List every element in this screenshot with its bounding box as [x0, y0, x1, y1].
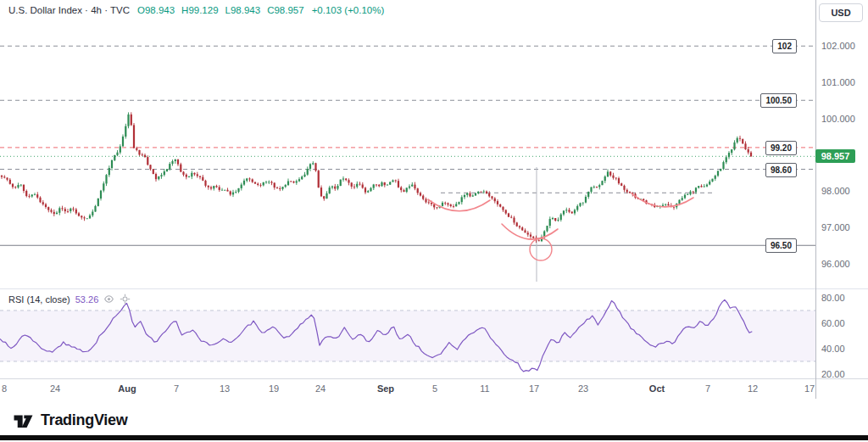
- time-axis-label: 24: [50, 383, 60, 394]
- price-level-label[interactable]: 98.60: [765, 163, 797, 177]
- time-axis-label: Aug: [118, 383, 136, 394]
- price-level-label[interactable]: 102: [772, 39, 797, 53]
- time-axis-label: Oct: [649, 383, 665, 394]
- time-axis-label: 13: [220, 383, 230, 394]
- time-axis-label: 7: [705, 383, 710, 394]
- price-level-label[interactable]: 99.20: [765, 141, 797, 155]
- ohlc-item: H99.129: [181, 5, 218, 15]
- price-axis-label: 96.000: [821, 259, 850, 269]
- rsi-axis-label: 20.00: [821, 369, 845, 379]
- ohlc-item: O98.943: [137, 5, 175, 15]
- rsi-legend: RSI (14, close) 53.26: [8, 294, 131, 305]
- eye-icon[interactable]: [103, 294, 114, 305]
- rsi-axis-label: 40.00: [821, 344, 845, 354]
- symbol-title[interactable]: U.S. Dollar Index · 4h · TVC: [8, 5, 130, 15]
- currency-button[interactable]: USD: [819, 3, 863, 22]
- settings-gear-icon[interactable]: [120, 294, 131, 305]
- time-axis-label: 24: [315, 383, 326, 394]
- time-axis-label: 8: [2, 383, 7, 394]
- time-axis-label: 5: [432, 383, 437, 394]
- chart-canvas[interactable]: [0, 0, 868, 442]
- price-level-label[interactable]: 100.50: [760, 93, 797, 108]
- tradingview-logo-text: TradingView: [41, 411, 127, 429]
- rsi-axis-label: 60.00: [821, 318, 845, 328]
- rsi-title[interactable]: RSI (14, close): [8, 294, 70, 305]
- price-axis-label: 97.000: [821, 222, 850, 232]
- bottom-bar: [0, 435, 868, 440]
- ohlc-item: L98.943: [225, 5, 261, 15]
- symbol-legend: U.S. Dollar Index · 4h · TVC O98.943H99.…: [8, 5, 384, 15]
- rsi-axis-label: 80.00: [821, 293, 845, 303]
- price-axis-label: 100.000: [821, 114, 855, 124]
- ohlc-values: O98.943H99.129L98.943C98.957: [137, 5, 304, 15]
- tradingview-chart-window: U.S. Dollar Index · 4h · TVC O98.943H99.…: [0, 0, 868, 442]
- price-axis-label: 102.000: [821, 41, 855, 51]
- price-axis-label: 101.000: [821, 77, 855, 87]
- time-axis-label: 23: [578, 383, 588, 394]
- time-axis-label: Sep: [377, 383, 394, 394]
- time-axis-label: 19: [269, 383, 279, 394]
- last-price-tag: 98.957: [815, 149, 855, 163]
- price-axis-label: 98.000: [821, 186, 850, 196]
- time-axis-label: 7: [174, 383, 179, 394]
- time-axis-label: 17: [804, 383, 815, 394]
- rsi-value: 53.26: [75, 294, 99, 305]
- time-axis-label: 11: [480, 383, 489, 394]
- change-value: +0.103 (+0.10%): [312, 5, 385, 15]
- time-axis-label: 12: [748, 383, 758, 394]
- time-axis-label: 17: [529, 383, 539, 394]
- ohlc-item: C98.957: [267, 5, 303, 15]
- price-level-label[interactable]: 96.50: [765, 238, 797, 253]
- tradingview-logo[interactable]: TradingView: [12, 409, 127, 432]
- tradingview-logo-mark: [12, 409, 35, 432]
